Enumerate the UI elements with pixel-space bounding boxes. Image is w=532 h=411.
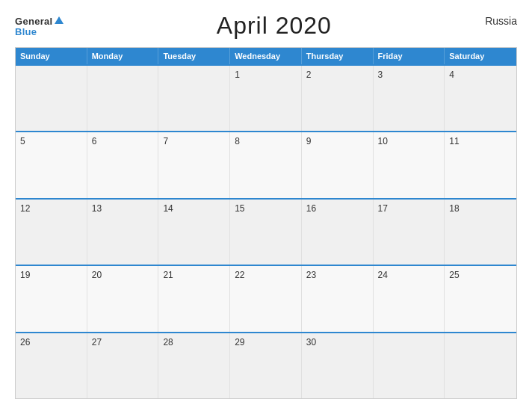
calendar-header: SundayMondayTuesdayWednesdayThursdayFrid… [16, 48, 516, 64]
calendar-cell: 30 [302, 333, 374, 398]
day-number: 8 [235, 136, 297, 146]
day-number: 27 [92, 337, 154, 347]
day-number: 25 [449, 270, 512, 280]
calendar-week-3: 12131415161718 [16, 198, 516, 265]
calendar-cell: 20 [87, 266, 159, 331]
calendar-cell: 3 [374, 66, 445, 131]
calendar-week-1: 1234 [16, 64, 516, 131]
calendar-cell: 18 [445, 200, 516, 265]
day-number: 18 [449, 203, 512, 214]
day-number: 16 [306, 203, 368, 214]
day-number: 24 [378, 270, 440, 280]
calendar-cell: 7 [158, 132, 230, 197]
day-number: 17 [378, 203, 440, 214]
day-number: 10 [378, 136, 440, 146]
calendar-cell: 6 [87, 132, 159, 197]
calendar-cell: 22 [230, 266, 302, 331]
header-day-tuesday: Tuesday [158, 48, 230, 64]
day-number: 28 [163, 337, 225, 347]
calendar-cell: 5 [16, 132, 87, 197]
day-number: 13 [92, 203, 154, 214]
logo-line1: General [15, 15, 64, 27]
calendar-cell: 16 [302, 200, 374, 265]
calendar-cell: 2 [302, 66, 374, 131]
day-number: 2 [306, 69, 368, 80]
calendar: SundayMondayTuesdayWednesdayThursdayFrid… [15, 47, 517, 399]
calendar-cell: 29 [230, 333, 302, 398]
day-number: 9 [306, 136, 368, 146]
day-number: 20 [92, 270, 154, 280]
header-day-sunday: Sunday [16, 48, 87, 64]
day-number: 19 [20, 270, 82, 280]
calendar-week-5: 2627282930 [16, 332, 516, 398]
day-number: 14 [163, 203, 225, 214]
calendar-cell: 25 [445, 266, 516, 331]
header-day-friday: Friday [374, 48, 445, 64]
header-day-saturday: Saturday [445, 48, 516, 64]
day-number: 29 [235, 337, 297, 347]
day-number: 3 [378, 69, 440, 80]
calendar-cell: 27 [87, 333, 159, 398]
day-number: 22 [235, 270, 297, 280]
calendar-cell: 4 [445, 66, 516, 131]
calendar-cell: 15 [230, 200, 302, 265]
calendar-cell: 24 [374, 266, 445, 331]
calendar-cell: 12 [16, 200, 87, 265]
calendar-cell: 28 [158, 333, 230, 398]
calendar-cell: 9 [302, 132, 374, 197]
calendar-cell: 14 [158, 200, 230, 265]
calendar-cell [158, 66, 230, 131]
logo-triangle-icon [55, 16, 64, 24]
calendar-cell: 26 [16, 333, 87, 398]
calendar-cell [445, 333, 516, 398]
calendar-cell [16, 66, 87, 131]
calendar-title: April 2020 [217, 12, 332, 40]
day-number: 30 [306, 337, 368, 347]
logo-general-text: General [15, 16, 53, 27]
logo: General Blue [15, 15, 64, 37]
day-number: 26 [20, 337, 82, 347]
day-number: 11 [449, 136, 512, 146]
calendar-week-4: 19202122232425 [16, 265, 516, 331]
calendar-cell: 21 [158, 266, 230, 331]
header-day-thursday: Thursday [302, 48, 374, 64]
day-number: 12 [20, 203, 82, 214]
calendar-cell: 1 [230, 66, 302, 131]
calendar-cell [87, 66, 159, 131]
day-number: 1 [235, 69, 297, 80]
day-number: 7 [163, 136, 225, 146]
header: General Blue April 2020 Russia [15, 12, 517, 40]
calendar-cell [374, 333, 445, 398]
day-number: 4 [449, 69, 512, 80]
header-day-monday: Monday [87, 48, 159, 64]
page: General Blue April 2020 Russia SundayMon… [0, 0, 532, 411]
calendar-cell: 13 [87, 200, 159, 265]
day-number: 23 [306, 270, 368, 280]
calendar-body: 1234567891011121314151617181920212223242… [16, 64, 516, 398]
day-number: 21 [163, 270, 225, 280]
calendar-cell: 8 [230, 132, 302, 197]
calendar-cell: 19 [16, 266, 87, 331]
header-day-wednesday: Wednesday [230, 48, 302, 64]
calendar-week-2: 567891011 [16, 131, 516, 197]
day-number: 5 [20, 136, 82, 146]
calendar-cell: 17 [374, 200, 445, 265]
logo-blue-text: Blue [15, 27, 37, 37]
calendar-cell: 10 [374, 132, 445, 197]
country-label: Russia [485, 15, 517, 27]
day-number: 15 [235, 203, 297, 214]
calendar-cell: 11 [445, 132, 516, 197]
day-number: 6 [92, 136, 154, 146]
calendar-cell: 23 [302, 266, 374, 331]
